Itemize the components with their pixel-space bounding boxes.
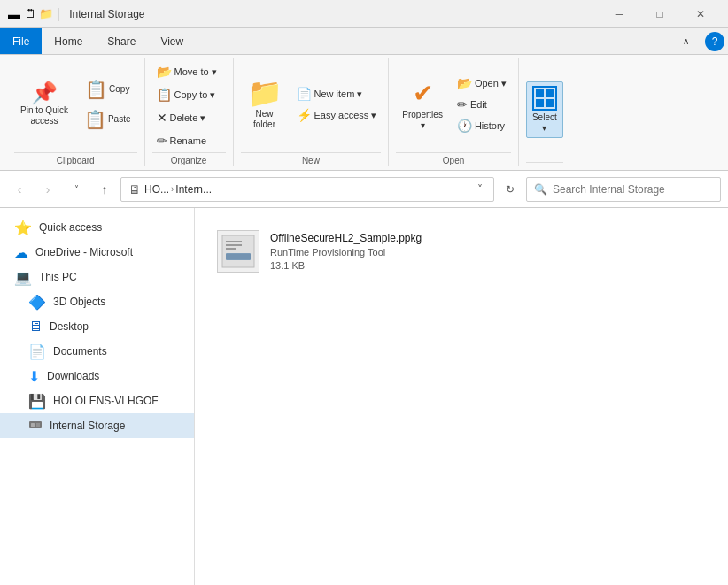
maximize-button[interactable]: □	[639, 0, 680, 28]
edit-button[interactable]: ✏ Edit	[453, 95, 511, 114]
title-icon-2: 🗒	[23, 7, 37, 21]
organize-buttons: 📂 Move to ▾ 📋 Copy to ▾ ✕ Delete ▾ ✏ Ren…	[152, 58, 226, 150]
clipboard-label: Clipboard	[14, 152, 137, 166]
sidebar-item-quick-access[interactable]: ⭐ Quick access	[0, 215, 194, 240]
address-text: HO... › Intern...	[144, 183, 212, 196]
desktop-icon: 🖥	[28, 319, 43, 335]
sidebar-item-hololens[interactable]: 💾 HOLOLENS-VLHGOF	[0, 389, 194, 413]
copy-button[interactable]: 📋 Copy	[78, 75, 137, 104]
select-button[interactable]: Select▾	[526, 81, 563, 138]
sidebar-item-internal-storage[interactable]: Internal Storage	[0, 413, 194, 438]
select-buttons: Select▾	[526, 58, 563, 160]
file-info: OfflineSecureHL2_Sample.ppkg RunTime Pro…	[270, 232, 422, 271]
easy-access-label: Easy access ▾	[314, 110, 377, 121]
move-icon: 📂	[157, 65, 172, 79]
rename-label: Rename	[170, 135, 207, 146]
recent-button[interactable]: ˅	[64, 177, 89, 202]
new-folder-label: Newfolder	[253, 109, 275, 130]
search-icon: 🔍	[534, 183, 547, 196]
this-pc-label: This PC	[39, 271, 77, 283]
paste-button[interactable]: 📋 Paste	[78, 105, 137, 134]
history-button[interactable]: 🕐 History	[453, 116, 511, 135]
sidebar-item-desktop[interactable]: 🖥 Desktop	[0, 314, 194, 339]
sidebar-item-documents[interactable]: 📄 Documents	[0, 339, 194, 364]
delete-button[interactable]: ✕ Delete ▾	[152, 108, 211, 127]
file-thumbnail	[217, 230, 259, 273]
copy-to-button[interactable]: 📋 Copy to ▾	[152, 85, 221, 104]
search-box[interactable]: 🔍	[526, 177, 721, 202]
menu-item-share[interactable]: Share	[95, 28, 148, 54]
move-label: Move to ▾	[174, 66, 217, 78]
menu-item-view[interactable]: View	[148, 28, 196, 54]
close-button[interactable]: ✕	[680, 0, 721, 28]
address-bar[interactable]: 🖥 HO... › Intern... ˅	[120, 177, 494, 202]
address-dropdown-button[interactable]: ˅	[474, 181, 486, 197]
select-icon	[532, 86, 557, 111]
copy-to-label: Copy to ▾	[174, 89, 216, 101]
sidebar-item-this-pc[interactable]: 💻 This PC	[0, 265, 194, 289]
edit-icon: ✏	[457, 97, 468, 112]
rename-button[interactable]: ✏ Rename	[152, 131, 212, 150]
refresh-button[interactable]: ↻	[498, 177, 523, 202]
move-to-button[interactable]: 📂 Move to ▾	[152, 62, 221, 81]
forward-button[interactable]: ›	[35, 177, 60, 202]
pin-icon: 📌	[31, 82, 58, 104]
title-bar-left: ▬ 🗒 📁 | Internal Storage	[7, 6, 599, 22]
delete-label: Delete ▾	[170, 112, 206, 124]
file-name: OfflineSecureHL2_Sample.ppkg	[270, 232, 422, 244]
quick-access-label: Quick access	[39, 221, 102, 234]
copy-to-icon: 📋	[157, 88, 172, 102]
rename-icon: ✏	[157, 134, 167, 148]
svg-rect-5	[226, 241, 242, 242]
ribbon-group-organize: 📂 Move to ▾ 📋 Copy to ▾ ✕ Delete ▾ ✏ Ren…	[145, 58, 234, 166]
new-folder-button[interactable]: 📁 Newfolder	[241, 74, 289, 135]
svg-rect-4	[222, 235, 254, 267]
title-icon-1: ▬	[7, 7, 21, 21]
ribbon: 📌 Pin to Quickaccess 📋 Copy 📋 Paste Clip…	[0, 55, 728, 171]
menu-item-file[interactable]: File	[0, 28, 42, 54]
onedrive-label: OneDrive - Microsoft	[35, 246, 133, 258]
downloads-label: Downloads	[47, 370, 99, 382]
pin-button[interactable]: 📌 Pin to Quickaccess	[14, 78, 74, 131]
svg-rect-6	[226, 244, 242, 246]
address-pc-icon: 🖥	[128, 182, 141, 196]
new-item-button[interactable]: 📄 New item ▾	[292, 84, 382, 104]
delete-icon: ✕	[157, 111, 167, 125]
new-folder-icon: 📁	[247, 79, 283, 107]
sidebar-item-3d-objects[interactable]: 🔷 3D Objects	[0, 289, 194, 314]
up-button[interactable]: ↑	[92, 177, 117, 202]
ribbon-group-clipboard: 📌 Pin to Quickaccess 📋 Copy 📋 Paste Clip…	[7, 58, 145, 166]
open-button[interactable]: 📂 Open ▾	[453, 73, 511, 93]
ribbon-group-open: ✔ Properties▾ 📂 Open ▾ ✏ Edit 🕐 History …	[389, 58, 519, 166]
file-item-ppkg[interactable]: OfflineSecureHL2_Sample.ppkg RunTime Pro…	[209, 222, 492, 281]
search-input[interactable]	[553, 183, 713, 196]
sidebar-item-downloads[interactable]: ⬇ Downloads	[0, 364, 194, 389]
ribbon-collapse-button[interactable]: ∧	[670, 28, 701, 54]
properties-button[interactable]: ✔ Properties▾	[396, 74, 449, 135]
main-content: ⭐ Quick access ☁ OneDrive - Microsoft 💻 …	[0, 208, 728, 585]
help-button[interactable]: ?	[705, 32, 724, 51]
title-separator: |	[57, 6, 60, 22]
new-label: New	[241, 152, 382, 166]
svg-rect-1	[31, 423, 35, 427]
hololens-icon: 💾	[28, 393, 46, 410]
properties-icon: ✔	[413, 79, 433, 108]
paste-icon: 📋	[84, 109, 106, 130]
open-label: Open ▾	[475, 78, 507, 89]
edit-label: Edit	[470, 99, 487, 110]
file-size: 13.1 KB	[270, 260, 422, 271]
pin-label: Pin to Quickaccess	[20, 105, 68, 127]
minimize-button[interactable]: ─	[599, 0, 639, 28]
new-item-label: New item ▾	[314, 89, 363, 100]
easy-access-button[interactable]: ⚡ Easy access ▾	[292, 105, 382, 125]
open-icon: 📂	[457, 76, 472, 90]
back-button[interactable]: ‹	[7, 177, 32, 202]
organize-label: Organize	[152, 152, 226, 166]
menu-item-home[interactable]: Home	[42, 28, 95, 54]
paste-label: Paste	[108, 114, 131, 125]
new-item-group: 📄 New item ▾ ⚡ Easy access ▾	[292, 84, 382, 125]
sidebar-item-onedrive[interactable]: ☁ OneDrive - Microsoft	[0, 240, 194, 265]
history-label: History	[475, 120, 505, 131]
copy-icon: 📋	[85, 79, 107, 100]
3d-objects-icon: 🔷	[28, 294, 46, 311]
